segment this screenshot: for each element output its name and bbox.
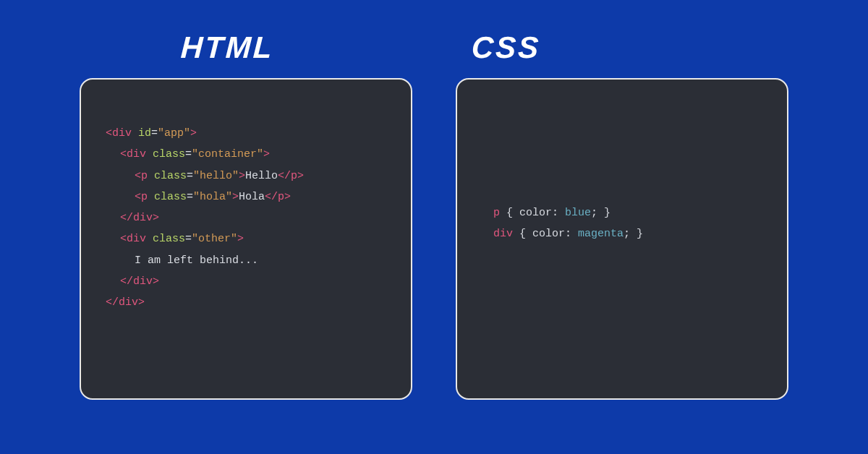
- semicolon: ;: [624, 228, 630, 240]
- brace-close: }: [630, 228, 643, 240]
- code-line: </div>: [106, 271, 386, 292]
- value: magenta: [578, 228, 624, 240]
- css-rule-line: p { color: blue; }: [493, 202, 762, 223]
- tag-close: >: [232, 191, 239, 203]
- code-line: <div id="app">: [106, 123, 386, 144]
- selector: p: [493, 207, 500, 219]
- css-rule-line: div { color: magenta; }: [493, 223, 762, 244]
- attr-value: "other": [192, 233, 237, 245]
- equals: =: [185, 148, 192, 160]
- html-code-box: <div id="app"> <div class="container"> <…: [80, 78, 412, 400]
- tag-closing: </div>: [106, 296, 145, 309]
- attr-value: "hello": [193, 170, 239, 182]
- equals: =: [185, 233, 192, 245]
- brace-open: {: [500, 207, 519, 219]
- html-heading: HTML: [180, 30, 275, 65]
- tag-close: >: [239, 170, 245, 182]
- tag-open: <div: [106, 127, 132, 140]
- code-line: <p class="hola">Hola</p>: [106, 187, 386, 207]
- property: color: [532, 228, 565, 240]
- attr-value: "app": [158, 127, 190, 140]
- code-line: <div class="container">: [106, 144, 386, 165]
- css-panel: CSS p { color: blue; } div { color: mage…: [456, 30, 788, 400]
- tag-open: <p: [135, 191, 148, 203]
- tag-closing: </div>: [120, 212, 159, 224]
- code-line: </div>: [106, 292, 386, 313]
- property: color: [519, 207, 552, 219]
- brace-close: }: [597, 207, 610, 219]
- equals: =: [187, 191, 193, 203]
- text-content: Hello: [245, 170, 278, 182]
- tag-closing: </p>: [278, 170, 304, 182]
- tag-open: <p: [135, 170, 148, 182]
- attr-name: class: [146, 148, 185, 160]
- attr-name: class: [148, 191, 187, 203]
- equals: =: [187, 170, 193, 182]
- code-line: <p class="hello">Hello</p>: [106, 166, 386, 187]
- tag-open: <div: [120, 233, 146, 245]
- selector: div: [493, 228, 513, 240]
- colon: :: [565, 228, 578, 240]
- css-heading: CSS: [471, 30, 542, 65]
- attr-name: id: [132, 127, 151, 140]
- html-panel: HTML <div id="app"> <div class="containe…: [80, 30, 412, 400]
- css-code-box: p { color: blue; } div { color: magenta;…: [456, 78, 788, 400]
- tag-close: >: [263, 148, 270, 160]
- attr-name: class: [146, 233, 185, 245]
- tag-open: <div: [120, 148, 146, 160]
- code-line: </div>: [106, 207, 386, 228]
- value: blue: [565, 207, 591, 219]
- attr-value: "container": [192, 148, 263, 160]
- attr-name: class: [148, 170, 187, 182]
- equals: =: [151, 127, 158, 140]
- tag-closing: </div>: [120, 275, 159, 288]
- text-content: Hola: [239, 191, 265, 203]
- text-content: I am left behind...: [135, 254, 258, 267]
- colon: :: [552, 207, 565, 219]
- tag-closing: </p>: [265, 191, 291, 203]
- tag-close: >: [237, 233, 244, 245]
- tag-close: >: [190, 127, 197, 140]
- semicolon: ;: [591, 207, 597, 219]
- code-line: <div class="other">: [106, 228, 386, 249]
- code-line: I am left behind...: [106, 250, 386, 271]
- brace-open: {: [513, 228, 532, 240]
- attr-value: "hola": [193, 191, 232, 203]
